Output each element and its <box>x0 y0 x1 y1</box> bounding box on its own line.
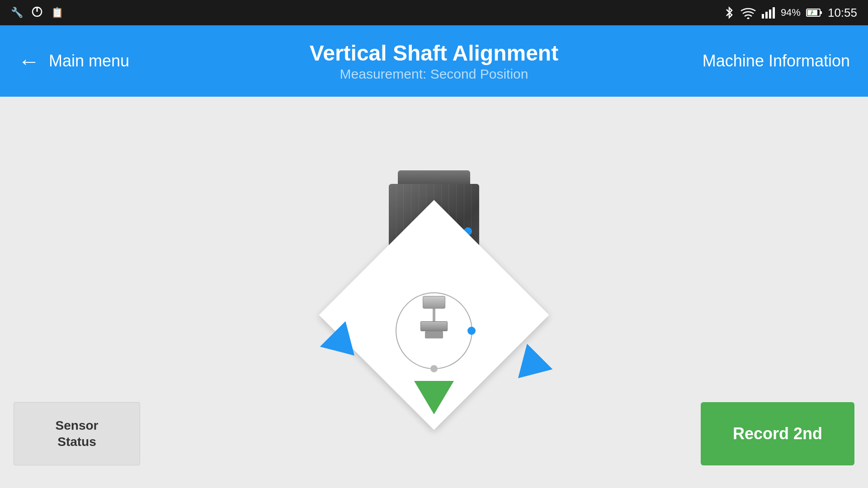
header-left: ← Main menu <box>18 49 190 74</box>
svg-rect-8 <box>820 11 822 14</box>
bluetooth-icon <box>724 6 735 19</box>
page-title: Vertical Shaft Alignment <box>190 40 678 66</box>
status-icons-right: 94% 10:55 <box>724 6 857 20</box>
svg-rect-6 <box>773 7 775 19</box>
machine-info-button[interactable]: Machine Information <box>703 52 850 70</box>
battery-percentage: 94% <box>781 7 801 19</box>
sensor-instrument <box>420 296 448 338</box>
wrench-icon: 🔧 <box>11 7 23 19</box>
svg-rect-3 <box>762 14 764 19</box>
record-2nd-button[interactable]: Record 2nd <box>701 402 854 465</box>
sensor-upper <box>423 296 445 309</box>
sensor-base <box>425 331 443 338</box>
diamond-platform <box>316 225 552 414</box>
status-icons-left: 🔧 📋 <box>11 5 63 21</box>
circle-dot-right <box>467 327 476 335</box>
signal-icon <box>762 7 775 19</box>
wifi-icon <box>740 6 756 19</box>
circle-dot-bottom <box>430 365 438 372</box>
status-bar: 🔧 📋 94% <box>0 0 868 25</box>
back-button[interactable]: ← <box>18 49 40 74</box>
page-subtitle: Measurement: Second Position <box>190 66 678 82</box>
arrow-green-bottom <box>414 381 454 414</box>
sensor-rod <box>433 309 435 321</box>
status-time: 10:55 <box>828 6 857 20</box>
main-menu-button[interactable]: Main menu <box>49 52 129 70</box>
svg-rect-5 <box>769 9 771 19</box>
battery-icon <box>806 8 822 17</box>
sensor-lower <box>420 321 448 331</box>
main-content: Sensor Status Record 2nd <box>0 97 868 488</box>
motor-top <box>398 170 470 184</box>
header: ← Main menu Vertical Shaft Alignment Mea… <box>0 25 868 97</box>
header-right: Machine Information <box>678 52 850 70</box>
sensor-status-text: Sensor Status <box>56 418 99 450</box>
header-center: Vertical Shaft Alignment Measurement: Se… <box>190 40 678 82</box>
svg-point-2 <box>747 18 749 19</box>
svg-rect-4 <box>765 12 768 19</box>
power-icon <box>30 5 44 21</box>
record-btn-label: Record 2nd <box>733 424 822 443</box>
clipboard-icon: 📋 <box>51 7 63 19</box>
machine-visualization <box>276 161 592 423</box>
sensor-status-panel[interactable]: Sensor Status <box>14 402 140 465</box>
